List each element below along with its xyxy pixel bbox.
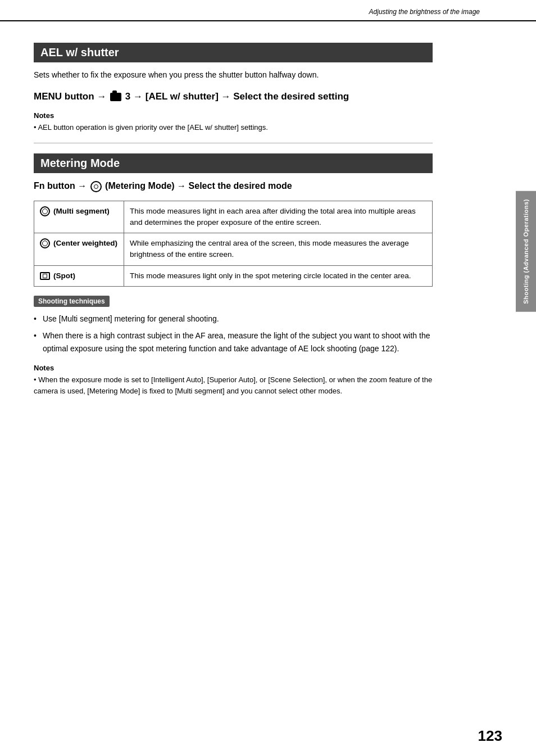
ael-notes-text: AEL button operation is given priority o…	[34, 122, 433, 133]
spot-desc: This mode measures light only in the spo…	[124, 265, 433, 286]
select-desired-setting: Select the desired setting	[233, 91, 349, 102]
metering-title: Metering Mode	[40, 157, 120, 169]
multi-segment-icon	[40, 206, 50, 216]
multi-segment-desc: This mode measures light in each area af…	[124, 201, 433, 233]
metering-mode-icon	[90, 181, 102, 192]
page-header: Adjusting the brightness of the image	[0, 0, 536, 21]
metering-select-label: Select the desired mode	[189, 181, 292, 191]
metering-notes-block: Notes When the exposure mode is set to […	[34, 364, 433, 396]
spot-cell: (Spot)	[40, 270, 118, 282]
side-tab-text: Shooting (Advanced Operations)	[523, 199, 529, 304]
ael-bracket-label: [AEL w/ shutter]	[146, 91, 219, 102]
metering-mode-table: (Multi segment) This mode measures light…	[34, 201, 433, 287]
metering-nav-heading: Fn button → (Metering Mode) → Select the…	[34, 180, 433, 192]
metering-section-header-box: Metering Mode	[34, 153, 433, 173]
side-tab: Shooting (Advanced Operations)	[516, 191, 536, 312]
list-item: Use [Multi segment] metering for general…	[34, 313, 433, 325]
center-weighted-icon	[40, 238, 50, 248]
arrow-2: →	[133, 91, 146, 102]
metering-arrow-2: →	[177, 181, 188, 191]
table-row: (Center weighted) While emphasizing the …	[34, 233, 433, 266]
list-item: When there is a high contrast subject in…	[34, 329, 433, 355]
metering-arrow-1: →	[78, 181, 89, 191]
header-title: Adjusting the brightness of the image	[369, 8, 480, 16]
arrow-1: →	[97, 91, 109, 102]
ael-nav-heading: MENU button → 3 → [AEL w/ shutter] → Sel…	[34, 90, 433, 103]
ael-description: Sets whether to fix the exposure when yo…	[34, 69, 433, 81]
metering-notes-label: Notes	[34, 364, 433, 372]
techniques-bullet-list: Use [Multi segment] metering for general…	[34, 313, 433, 355]
ael-notes-block: Notes AEL button operation is given prio…	[34, 111, 433, 133]
arrow-3: →	[221, 91, 234, 102]
table-row: (Multi segment) This mode measures light…	[34, 201, 433, 233]
center-weighted-cell: (Center weighted)	[40, 238, 118, 249]
ael-title: AEL w/ shutter	[40, 46, 119, 58]
fn-button-label: Fn button	[34, 181, 75, 191]
techniques-label: Shooting techniques	[34, 296, 110, 307]
spot-label: (Spot)	[53, 270, 75, 282]
multi-segment-cell: (Multi segment)	[40, 206, 118, 217]
center-weighted-desc: While emphasizing the central area of th…	[124, 233, 433, 266]
ael-section-header-box: AEL w/ shutter	[34, 43, 433, 62]
camera-icon-inline	[110, 93, 121, 101]
menu-button-label: MENU button	[34, 91, 94, 102]
page-number: 123	[478, 727, 502, 745]
ael-notes-label: Notes	[34, 111, 433, 120]
multi-segment-label: (Multi segment)	[53, 206, 110, 217]
spot-icon	[40, 272, 50, 280]
table-row: (Spot) This mode measures light only in …	[34, 265, 433, 286]
section-divider	[34, 143, 433, 143]
metering-mode-icon-label: (Metering Mode)	[105, 181, 175, 191]
metering-notes-text: When the exposure mode is set to [Intell…	[34, 374, 433, 396]
camera-number: 3	[125, 91, 130, 102]
center-weighted-label: (Center weighted)	[53, 238, 117, 249]
